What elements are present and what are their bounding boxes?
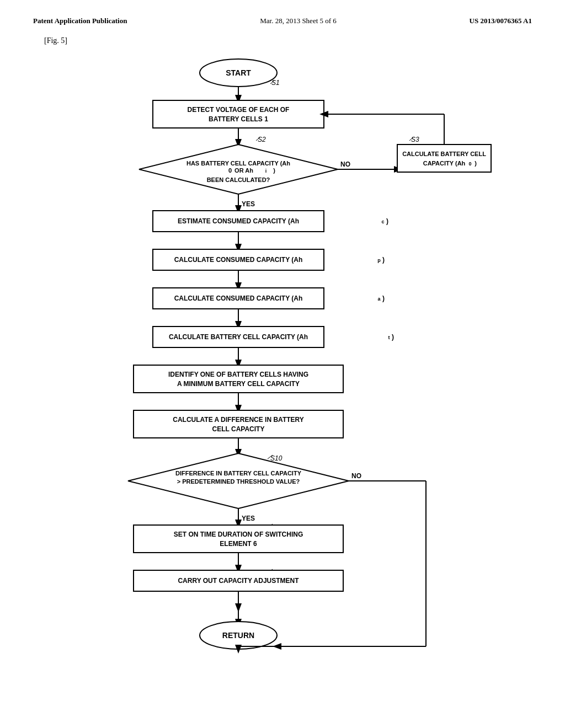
s7-sub: t: [388, 335, 390, 340]
s2-text-line1: HAS BATTERY CELL CAPACITY (Ah: [186, 160, 290, 167]
s5-close: ): [382, 256, 385, 264]
svg-rect-40: [134, 525, 343, 553]
s6-close: ): [382, 295, 385, 302]
s3-text-close: ): [475, 160, 477, 167]
s2-text-line1c: OR Ah: [234, 167, 253, 174]
s4-close: ): [386, 217, 388, 225]
header-left: Patent Application Publication: [33, 17, 127, 25]
svg-rect-5: [153, 100, 324, 128]
s11-text-line1: SET ON TIME DURATION OF SWITCHING: [174, 531, 303, 538]
s5-sub: p: [377, 258, 381, 263]
s12-text: CARRY OUT CAPACITY ADJUSTMENT: [178, 577, 299, 585]
svg-rect-28: [134, 365, 343, 393]
s3-text-line2: CAPACITY (Ah: [423, 160, 466, 167]
flowchart-container: START S1 DETECT VOLTAGE OF EACH OF BATTE…: [33, 51, 532, 696]
svg-rect-11: [397, 144, 491, 172]
s10-text-line1: DIFFERENCE IN BATTERY CELL CAPACITY: [175, 470, 302, 477]
s3-text-sub: 0: [468, 161, 471, 167]
step-s3-label: S3: [411, 136, 419, 143]
header: Patent Application Publication Mar. 28, …: [33, 17, 532, 25]
s8-text-line2: A MINIMUM BATTERY CELL CAPACITY: [177, 380, 300, 388]
s9-text-line2: CELL CAPACITY: [212, 425, 265, 433]
yes-label-s2: YES: [242, 200, 255, 208]
svg-rect-31: [134, 410, 343, 438]
return-label: RETURN: [222, 631, 254, 640]
flowchart-svg: START S1 DETECT VOLTAGE OF EACH OF BATTE…: [67, 51, 498, 696]
page: Patent Application Publication Mar. 28, …: [0, 0, 565, 728]
s7-text: CALCULATE BATTERY CELL CAPACITY (Ah: [169, 333, 308, 341]
fig-label: [Fig. 5]: [44, 36, 532, 45]
s1-text-line1: DETECT VOLTAGE OF EACH OF: [188, 106, 290, 114]
s5-text: CALCULATE CONSUMED CAPACITY (Ah: [174, 256, 303, 264]
s4-text: ESTIMATE CONSUMED CAPACITY (Ah: [178, 217, 299, 225]
s2-text-line1d: i: [265, 168, 267, 174]
s1-text-line2: BATTERY CELLS 1: [209, 115, 268, 123]
s2-text-line1e: ): [273, 167, 275, 174]
s6-text: CALCULATE CONSUMED CAPACITY (Ah: [174, 295, 303, 302]
no-label-s2: NO: [340, 160, 350, 168]
header-center: Mar. 28, 2013 Sheet 5 of 6: [260, 17, 337, 25]
s8-text-line1: IDENTIFY ONE OF BATTERY CELLS HAVING: [168, 371, 308, 378]
s2-text-line1b: 0: [228, 167, 232, 174]
step-s1-label: S1: [271, 79, 280, 87]
no-label-s10: NO: [351, 472, 361, 480]
s3-text-line1: CALCULATE BATTERY CELL: [402, 151, 486, 157]
s4-sub: c: [381, 219, 384, 224]
yes-label-s10: YES: [242, 515, 255, 522]
s11-text-line2: ELEMENT 6: [220, 540, 257, 548]
s2-text-line2: BEEN CALCULATED?: [207, 176, 270, 183]
s10-text-line2: > PREDETERMINED THRESHOLD VALUE?: [177, 478, 300, 485]
header-right: US 2013/0076365 A1: [470, 17, 532, 25]
start-label: START: [226, 68, 251, 77]
s6-sub: a: [377, 296, 381, 302]
s9-text-line1: CALCULATE A DIFFERENCE IN BATTERY: [173, 416, 304, 424]
step-s2-label: S2: [258, 136, 266, 143]
s7-close: ): [392, 333, 394, 341]
